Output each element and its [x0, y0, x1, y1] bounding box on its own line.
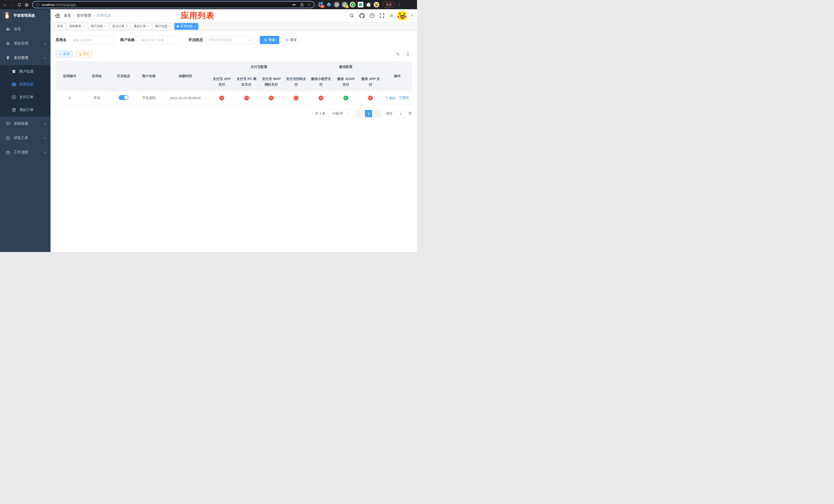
- delete-link[interactable]: 删除: [399, 95, 409, 100]
- monitor-icon: [6, 121, 10, 125]
- cell-alipay-qr: ×: [284, 91, 308, 105]
- export-button[interactable]: 导出: [75, 50, 93, 58]
- storefront-icon: [12, 69, 16, 74]
- chevron-down-icon: [248, 38, 251, 42]
- user-avatar[interactable]: [398, 11, 407, 20]
- extension-chat-icon[interactable]: [358, 2, 364, 7]
- browser-update-button[interactable]: 更新: [382, 2, 395, 8]
- sidebar-item-label: 支付管理: [14, 55, 28, 60]
- close-icon[interactable]: [126, 25, 128, 28]
- toggle-knob: [124, 96, 128, 99]
- sidebar-item-infrastructure[interactable]: 基础设施: [0, 116, 50, 131]
- sidebar-item-refund-order[interactable]: 退款订单: [0, 104, 50, 116]
- sidebar-collapse-icon[interactable]: [54, 14, 60, 18]
- close-icon[interactable]: [194, 25, 196, 28]
- sidebar-logo[interactable]: 芋道管理系统: [0, 9, 50, 22]
- goto-page-input[interactable]: [395, 110, 406, 117]
- refresh-table-button[interactable]: [404, 50, 412, 58]
- tab-process-form[interactable]: 流程表单: [67, 23, 87, 30]
- app-frame: 芋道管理系统 首页 系统管理: [0, 9, 417, 252]
- extension-command-icon[interactable]: [334, 2, 339, 7]
- app-name-input[interactable]: [69, 36, 114, 44]
- gear-icon: [6, 42, 10, 46]
- breadcrumb-current: 应用信息: [97, 13, 111, 18]
- add-button[interactable]: 新增: [56, 50, 73, 58]
- back-icon[interactable]: ←: [2, 2, 8, 8]
- search-icon[interactable]: [350, 13, 354, 18]
- cell-app-name: 芋道: [83, 91, 110, 105]
- status-select[interactable]: 请选择开启状态: [206, 36, 254, 44]
- address-bar-actions: [292, 2, 311, 7]
- sidebar-item-label: 系统管理: [14, 41, 28, 46]
- sidebar-item-system[interactable]: 系统管理: [0, 37, 50, 51]
- sidebar-item-merchant-info[interactable]: 商户信息: [0, 65, 50, 78]
- page-title: 应用列表: [181, 10, 215, 21]
- tab-pay-order[interactable]: 支付订单: [110, 23, 130, 30]
- edit-link[interactable]: 修改: [386, 96, 395, 100]
- page-size-select[interactable]: 10条/页: [328, 110, 353, 117]
- tab-home[interactable]: 首页: [54, 23, 65, 30]
- sidebar-item-app-info[interactable]: 应用信息: [0, 78, 50, 91]
- breadcrumb-home[interactable]: 首页: [64, 13, 71, 18]
- toolbox-icon: [6, 136, 10, 140]
- close-icon[interactable]: [83, 25, 85, 28]
- tab-user-group[interactable]: 用户分组: [88, 23, 109, 30]
- extension-y-icon[interactable]: y: [350, 2, 355, 7]
- status-label: 开启状态: [189, 38, 203, 42]
- github-icon[interactable]: [359, 13, 365, 19]
- reset-button-label: 重置: [290, 38, 297, 42]
- fullscreen-icon[interactable]: [379, 13, 385, 18]
- forward-icon[interactable]: →: [9, 2, 15, 8]
- show-search-button[interactable]: [394, 50, 402, 58]
- home-icon[interactable]: [24, 2, 30, 8]
- tab-label: 应用信息: [180, 24, 193, 28]
- prev-page-button[interactable]: [355, 110, 363, 117]
- share-icon[interactable]: [300, 3, 304, 7]
- breadcrumb: 首页 / 支付管理 / 应用信息: [64, 13, 111, 18]
- url-text[interactable]: localhost:1024/pay/app: [42, 3, 76, 7]
- password-key-icon[interactable]: [292, 3, 297, 7]
- breadcrumb-payment[interactable]: 支付管理: [77, 13, 91, 18]
- col-created: 创建时间: [161, 62, 209, 91]
- status-toggle[interactable]: [119, 95, 129, 100]
- extension-badge: 10: [320, 5, 324, 8]
- goto-label: 前往: [386, 111, 393, 116]
- close-icon[interactable]: [148, 25, 149, 28]
- app-title: 芋道管理系统: [13, 13, 35, 18]
- table-tools: [394, 50, 412, 58]
- sidebar-item-label: 商户信息: [19, 69, 34, 74]
- sidebar-item-workflow[interactable]: 工作流程: [0, 145, 50, 159]
- avatar-caret-icon[interactable]: [411, 14, 413, 18]
- col-group-wechat: 微信配置: [308, 62, 383, 72]
- sidebar-item-dev-tools[interactable]: 研发工具: [0, 131, 50, 145]
- reset-button[interactable]: 重置: [282, 36, 301, 44]
- font-size-icon[interactable]: TT: [389, 14, 393, 18]
- extension-profile-icon[interactable]: 1: [342, 2, 348, 7]
- help-icon[interactable]: [370, 13, 375, 18]
- tab-merchant-info[interactable]: 商户信息: [153, 23, 173, 30]
- extensions-puzzle-icon[interactable]: [366, 2, 371, 7]
- browser-avatar[interactable]: [374, 2, 379, 7]
- extension-grid-icon[interactable]: 10: [318, 2, 324, 7]
- tab-refund-order[interactable]: 退款订单: [131, 23, 152, 30]
- close-icon[interactable]: [104, 25, 106, 28]
- avatar-detail: [398, 16, 399, 18]
- search-button[interactable]: 搜索: [260, 36, 279, 44]
- goto-unit: 页: [409, 111, 412, 116]
- browser-menu-icon[interactable]: [397, 3, 401, 7]
- sidebar-item-pay-order[interactable]: 支付订单: [0, 91, 50, 104]
- info-icon[interactable]: [36, 3, 40, 6]
- sidebar-item-payment[interactable]: 支付管理: [0, 51, 50, 65]
- address-bar[interactable]: localhost:1024/pay/app: [32, 1, 314, 8]
- chevron-up-icon: [44, 56, 46, 60]
- reload-icon[interactable]: [16, 2, 23, 8]
- sidebar-item-home[interactable]: 首页: [0, 22, 50, 37]
- search-icon: [264, 39, 267, 42]
- current-page-button[interactable]: 1: [365, 110, 372, 117]
- merchant-name-input[interactable]: [138, 36, 182, 44]
- tab-app-info[interactable]: 应用信息: [174, 23, 198, 30]
- extension-kite-icon[interactable]: [326, 2, 332, 7]
- close-icon[interactable]: [169, 25, 171, 28]
- bookmark-star-icon[interactable]: [307, 2, 311, 7]
- next-page-button[interactable]: [374, 110, 381, 117]
